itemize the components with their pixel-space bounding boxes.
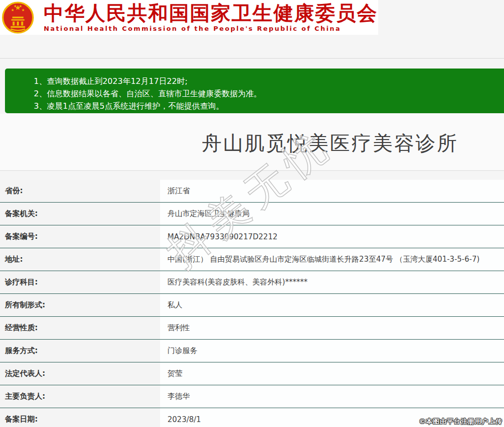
notice-banner: 1、查询数据截止到2023年12月17日22时; 2、信息数据结果以各省、自治区… [5, 69, 504, 113]
field-label: 地址: [0, 248, 160, 271]
site-title-chinese: 中华人民共和国国家卫生健康委员会 [44, 1, 378, 24]
field-value: 李德华 [160, 385, 504, 408]
table-row: 主要负责人:李德华 [0, 385, 504, 408]
institution-name: 舟山肌觅悦美医疗美容诊所 [202, 130, 458, 157]
field-label: 备案日期: [0, 408, 160, 427]
record-table: 省份:浙江省备案机关:舟山市定海区卫生健康局备案编号:MA2DNBA793309… [0, 180, 504, 427]
china-national-emblem-icon [1, 0, 34, 35]
header-titles: 中华人民共和国国家卫生健康委员会 National Health Commiss… [44, 1, 378, 32]
table-row: 省份:浙江省 [0, 180, 504, 203]
table-row: 诊疗科目:医疗美容科(美容皮肤科、美容外科)****** [0, 271, 504, 294]
notice-line-3: 3、凌晨1点至凌晨5点系统进行维护，不能提供查询。 [34, 100, 504, 112]
field-value: 私人 [160, 294, 504, 316]
field-label: 备案机关: [0, 203, 160, 225]
field-label: 服务方式: [0, 340, 160, 362]
field-label: 经营性质: [0, 317, 160, 339]
notice-line-2: 2、信息数据结果以各省、自治区、直辖市卫生健康委数据为准。 [34, 87, 504, 100]
field-label: 所有制形式: [0, 294, 160, 316]
field-label: 法定代表人: [0, 362, 160, 385]
field-value: 营利性 [160, 317, 504, 339]
table-row: 备案编号:MA2DNBA7933090217D2212 [0, 225, 504, 248]
site-header: 中华人民共和国国家卫生健康委员会 National Health Commiss… [0, 0, 378, 35]
field-value: 门诊服务 [160, 340, 504, 362]
header-divider [0, 58, 504, 59]
field-label: 诊疗科目: [0, 271, 160, 293]
field-value: 舟山市定海区卫生健康局 [160, 203, 504, 225]
title-band: 舟山肌觅悦美医疗美容诊所 [0, 114, 504, 170]
field-value: 医疗美容科(美容皮肤科、美容外科)****** [160, 271, 504, 293]
site-title-english: National Health Commission of the People… [44, 25, 378, 32]
field-value: 贺莹 [160, 362, 504, 385]
field-value: 浙江省 [160, 180, 504, 202]
table-row: 所有制形式:私人 [0, 294, 504, 317]
field-value: 中国(浙江） 自由贸易试验区舟山市定海区临城街道长升路23至47号 （玉湾大厦4… [160, 248, 504, 271]
title-divider [0, 170, 504, 171]
table-row: 服务方式:门诊服务 [0, 340, 504, 362]
table-row: 地址:中国(浙江） 自由贸易试验区舟山市定海区临城街道长升路23至47号 （玉湾… [0, 248, 504, 271]
table-row: 经营性质:营利性 [0, 317, 504, 340]
upload-credit-label: ©本图由平台注册用户上传 [419, 417, 503, 426]
field-label: 主要负责人: [0, 385, 160, 408]
table-row: 备案机关:舟山市定海区卫生健康局 [0, 203, 504, 225]
page-root: 中华人民共和国国家卫生健康委员会 National Health Commiss… [0, 0, 504, 427]
field-label: 备案编号: [0, 225, 160, 248]
notice-line-1: 1、查询数据截止到2023年12月17日22时; [34, 75, 504, 87]
table-row: 法定代表人:贺莹 [0, 362, 504, 385]
field-label: 省份: [0, 180, 160, 202]
field-value: MA2DNBA7933090217D2212 [160, 225, 504, 248]
